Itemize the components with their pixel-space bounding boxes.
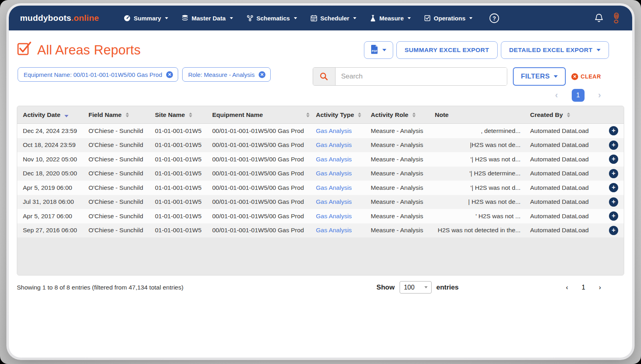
cell-activity-type-link[interactable]: Gas Analysis	[316, 127, 371, 135]
clear-label: CLEAR	[581, 73, 601, 80]
column-label: Field Name	[88, 111, 122, 119]
reports-table: Activity Date Field Name Site Name Equip…	[17, 106, 624, 276]
filters-button[interactable]: FILTERS	[513, 67, 566, 86]
column-header-note[interactable]: Note	[435, 111, 530, 119]
prev-page-icon[interactable]: ‹	[566, 284, 568, 291]
cell-activity-date: Sep 27, 2016 06:00	[23, 227, 88, 234]
column-header-activity-date[interactable]: Activity Date	[23, 111, 88, 119]
column-header-site-name[interactable]: Site Name	[155, 111, 212, 119]
table-body: Dec 24, 2024 23:59 O'Chiese - Sunchild 0…	[17, 124, 624, 237]
cell-activity-type-link[interactable]: Gas Analysis	[316, 141, 371, 149]
sort-icon	[126, 113, 129, 117]
table-row[interactable]: Jul 31, 2018 06:00 O'Chiese - Sunchild 0…	[17, 195, 624, 209]
column-header-equipment-name[interactable]: Equipment Name	[212, 111, 316, 119]
help-icon[interactable]: ?	[489, 13, 499, 23]
table-row[interactable]: Oct 18, 2024 23:59 O'Chiese - Sunchild 0…	[17, 138, 624, 153]
cell-activity-type-link[interactable]: Gas Analysis	[316, 170, 371, 177]
brand-logo[interactable]: muddyboots.online	[20, 13, 99, 23]
filter-chip-role[interactable]: Role: Measure - Analysis ✕	[182, 67, 271, 82]
detailed-excel-export-button[interactable]: DETAILED EXCEL EXPORT	[501, 41, 609, 59]
expand-row-button[interactable]: +	[609, 169, 618, 178]
cell-site-name: 01-01-001-01W5	[155, 198, 212, 205]
cell-created-by: Automated DataLoad	[530, 127, 599, 135]
cell-equipment-name: 00/01-01-001-01W5/00 Gas Prod	[212, 227, 316, 234]
cell-activity-date: Dec 18, 2020 05:00	[23, 170, 88, 177]
column-header-activity-type[interactable]: Activity Type	[316, 111, 371, 119]
top-navbar: muddyboots.online Summary Master Data Sc…	[9, 6, 632, 30]
cell-activity-type-link[interactable]: Gas Analysis	[316, 184, 371, 191]
nav-item-label: Schematics	[257, 15, 290, 22]
table-row[interactable]: Sep 27, 2016 06:00 O'Chiese - Sunchild 0…	[17, 223, 624, 238]
column-header-created-by[interactable]: Created By	[530, 111, 599, 119]
table-row[interactable]: Dec 24, 2024 23:59 O'Chiese - Sunchild 0…	[17, 124, 624, 138]
nav-item-schematics[interactable]: Schematics	[247, 15, 297, 22]
column-label: Note	[435, 111, 448, 119]
table-row[interactable]: Apr 5, 2017 06:00 O'Chiese - Sunchild 01…	[17, 209, 624, 223]
cell-note: , determined...	[435, 127, 530, 135]
expand-row-button[interactable]: +	[609, 211, 618, 221]
cell-site-name: 01-01-001-01W5	[155, 227, 212, 234]
pdf-export-button[interactable]: PDF	[364, 41, 393, 59]
cell-created-by: Automated DataLoad	[530, 170, 599, 177]
page-number-button[interactable]: 1	[572, 89, 585, 102]
remove-filter-icon[interactable]: ✕	[166, 71, 173, 78]
nav-item-master-data[interactable]: Master Data	[182, 15, 233, 22]
page-size-value: 100	[404, 284, 415, 291]
notifications-bell-icon[interactable]	[595, 13, 603, 23]
expand-cell: +	[599, 197, 618, 207]
filter-chip-equipment[interactable]: Equipment Name: 00/01-01-001-01W5/00 Gas…	[18, 67, 178, 82]
chevron-down-icon	[353, 17, 356, 19]
column-label: Created By	[530, 111, 563, 119]
cell-site-name: 01-01-001-01W5	[155, 156, 212, 163]
page-number-button[interactable]: 1	[582, 284, 585, 291]
cell-activity-type-link[interactable]: Gas Analysis	[316, 213, 371, 220]
cell-activity-role: Measure - Analysis	[371, 170, 435, 177]
expand-row-button[interactable]: +	[609, 126, 618, 135]
summary-excel-export-button[interactable]: SUMMARY EXCEL EXPORT	[396, 41, 498, 59]
cell-equipment-name: 00/01-01-001-01W5/00 Gas Prod	[212, 213, 316, 220]
nav-item-summary[interactable]: Summary	[124, 15, 168, 22]
expand-row-button[interactable]: +	[609, 155, 618, 164]
remove-filter-icon[interactable]: ✕	[259, 71, 265, 78]
expand-row-button[interactable]: +	[609, 141, 618, 150]
table-row[interactable]: Dec 18, 2020 05:00 O'Chiese - Sunchild 0…	[17, 167, 624, 181]
active-filter-chips: Equipment Name: 00/01-01-001-01W5/00 Gas…	[18, 67, 271, 82]
clear-filters-button[interactable]: ✕ CLEAR	[571, 73, 601, 80]
detailed-export-label: DETAILED EXCEL EXPORT	[509, 46, 593, 54]
expand-cell: +	[599, 141, 618, 150]
expand-cell: +	[599, 183, 618, 192]
table-row[interactable]: Apr 5, 2019 06:00 O'Chiese - Sunchild 01…	[17, 181, 624, 195]
chevron-down-icon	[382, 49, 386, 51]
expand-cell: +	[599, 126, 618, 135]
cell-activity-type-link[interactable]: Gas Analysis	[316, 198, 371, 205]
cell-note: H2S was not detected in the...	[435, 227, 530, 234]
page-size-select[interactable]: 100	[400, 281, 432, 294]
showing-entries-text: Showing 1 to 8 of 8 entries (filtered fr…	[17, 284, 376, 291]
sort-desc-icon	[64, 115, 68, 117]
search-icon[interactable]	[313, 68, 336, 85]
next-page-icon[interactable]: ›	[599, 284, 601, 291]
chevron-down-icon	[424, 286, 428, 288]
prev-page-icon[interactable]: ‹	[555, 91, 558, 100]
checkbox-icon	[424, 15, 430, 21]
cell-created-by: Automated DataLoad	[530, 213, 599, 220]
nav-item-measure[interactable]: Measure	[370, 15, 411, 22]
nav-item-label: Measure	[379, 15, 404, 22]
bootprint-user-icon[interactable]	[612, 12, 621, 24]
nav-item-scheduler[interactable]: Scheduler	[311, 15, 357, 22]
nav-menu: Summary Master Data Schematics Scheduler	[124, 13, 499, 23]
next-page-icon[interactable]: ›	[598, 91, 601, 100]
calendar-icon	[311, 15, 317, 22]
column-header-field-name[interactable]: Field Name	[88, 111, 155, 119]
search-input[interactable]	[336, 68, 507, 85]
app-window: muddyboots.online Summary Master Data Sc…	[9, 6, 632, 358]
expand-row-button[interactable]: +	[609, 183, 618, 192]
cell-activity-type-link[interactable]: Gas Analysis	[316, 227, 371, 234]
expand-row-button[interactable]: +	[609, 197, 618, 207]
cell-activity-type-link[interactable]: Gas Analysis	[316, 156, 371, 163]
cell-activity-date: Oct 18, 2024 23:59	[23, 141, 88, 149]
column-header-activity-role[interactable]: Activity Role	[371, 111, 435, 119]
nav-item-operations[interactable]: Operations	[424, 15, 472, 22]
expand-row-button[interactable]: +	[609, 226, 618, 235]
table-row[interactable]: Nov 10, 2022 05:00 O'Chiese - Sunchild 0…	[17, 152, 624, 167]
